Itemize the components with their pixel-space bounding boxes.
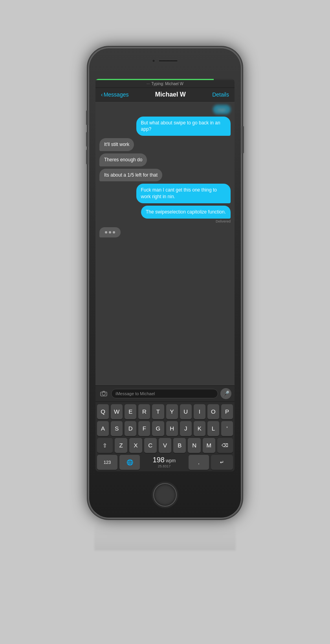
keyboard: Q W E R T Y U I O P A S D F G [95, 401, 235, 471]
message-bubble-sent-2: Fuck man I cant get this one thing to wo… [136, 184, 231, 203]
typing-dot-2 [109, 231, 111, 234]
home-button[interactable] [153, 483, 177, 507]
phone-screen: ··· Typing: Michael W ‹ Messages Michael… [95, 79, 235, 471]
key-a[interactable]: A [97, 421, 109, 436]
phone-wrapper: ··· Typing: Michael W ‹ Messages Michael… [82, 47, 248, 597]
key-u[interactable]: U [180, 404, 192, 419]
key-e[interactable]: E [125, 404, 136, 419]
nav-title: Michael W [155, 91, 186, 98]
key-v[interactable]: V [159, 438, 171, 453]
key-o[interactable]: O [207, 404, 219, 419]
delivered-label: Delivered [216, 219, 231, 223]
back-label: Messages [104, 91, 129, 98]
delete-key[interactable]: ⌫ [217, 438, 233, 453]
svg-point-0 [102, 392, 105, 395]
message-bubble-received-3: Its about a 1/5 left for that [99, 169, 162, 182]
typing-dot-3 [113, 231, 115, 234]
top-notch [152, 59, 178, 62]
typing-bar: ··· Typing: Michael W [95, 80, 235, 88]
key-s[interactable]: S [111, 421, 123, 436]
wpm-value: 198 wpm [142, 456, 187, 464]
back-button[interactable]: ‹ Messages [101, 91, 128, 98]
wpm-sub: 25.8317 [142, 464, 187, 468]
key-q[interactable]: Q [97, 404, 109, 419]
key-f[interactable]: F [138, 421, 150, 436]
numbers-key[interactable]: 123 [97, 455, 117, 470]
key-h[interactable]: H [166, 421, 178, 436]
key-y[interactable]: Y [166, 404, 178, 419]
globe-key[interactable]: 🌐 [119, 455, 140, 470]
key-c[interactable]: C [144, 438, 157, 453]
typing-dots-icon: ··· [147, 82, 150, 86]
typing-dot-1 [105, 231, 107, 234]
input-bar: iMessage to Michael 🎤 [95, 385, 235, 401]
period-key[interactable]: . [189, 455, 209, 470]
input-placeholder: iMessage to Michael [116, 391, 155, 396]
phone-reflection [94, 519, 236, 551]
key-b[interactable]: B [173, 438, 186, 453]
key-p[interactable]: P [221, 404, 233, 419]
messages-area: tage But what about swipe to go back in … [95, 102, 235, 385]
keyboard-row-1: Q W E R T Y U I O P [97, 404, 233, 419]
nav-bar: ‹ Messages Michael W Details [95, 88, 235, 102]
key-l[interactable]: L [207, 421, 219, 436]
typing-indicator-bubble [99, 227, 121, 237]
key-n[interactable]: N [188, 438, 200, 453]
message-bubble-sent-1: But what about swipe to go back in an ap… [136, 117, 231, 136]
message-input[interactable]: iMessage to Michael [111, 389, 218, 398]
speaker-grille [158, 60, 178, 62]
keyboard-row-2: A S D F G H J K L ' [97, 421, 233, 436]
typing-text: Typing: Michael W [151, 82, 183, 86]
shift-key[interactable]: ⇧ [97, 438, 113, 453]
key-d[interactable]: D [125, 421, 136, 436]
key-x[interactable]: X [129, 438, 142, 453]
wpm-display: 198 wpm 25.8317 [142, 456, 187, 468]
message-bubble-received-2: Theres enough do [99, 153, 147, 166]
front-camera [152, 59, 155, 62]
message-bubble-sent-3: The swipeselection capitolize function. [141, 206, 231, 219]
blurred-message: tage [213, 105, 231, 114]
key-apostrophe[interactable]: ' [221, 421, 233, 436]
key-g[interactable]: G [152, 421, 164, 436]
key-t[interactable]: T [152, 404, 164, 419]
key-m[interactable]: M [203, 438, 215, 453]
camera-icon[interactable] [99, 389, 109, 399]
key-k[interactable]: K [194, 421, 205, 436]
details-button[interactable]: Details [212, 91, 229, 98]
key-r[interactable]: R [138, 404, 150, 419]
return-key[interactable]: ↵ [211, 455, 233, 470]
key-j[interactable]: J [180, 421, 192, 436]
phone-body: ··· Typing: Michael W ‹ Messages Michael… [88, 47, 242, 518]
key-w[interactable]: W [111, 404, 123, 419]
key-z[interactable]: Z [115, 438, 127, 453]
mic-icon[interactable]: 🎤 [220, 388, 231, 399]
key-i[interactable]: I [194, 404, 205, 419]
keyboard-row-3: ⇧ Z X C V B N M ⌫ [97, 438, 233, 453]
keyboard-bottom-row: 123 🌐 198 wpm 25.8317 . ↵ [97, 455, 233, 470]
message-bubble-received-1: It'll stilt work [99, 138, 134, 151]
chevron-left-icon: ‹ [101, 91, 103, 98]
